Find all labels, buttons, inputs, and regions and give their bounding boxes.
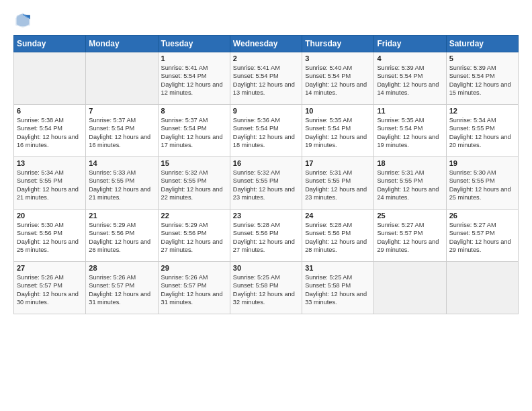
calendar-cell: 2Sunrise: 5:41 AM Sunset: 5:54 PM Daylig… [230,52,302,105]
calendar-cell: 5Sunrise: 5:39 AM Sunset: 5:54 PM Daylig… [446,52,518,105]
day-info: Sunrise: 5:32 AM Sunset: 5:55 PM Dayligh… [233,169,299,202]
day-info: Sunrise: 5:36 AM Sunset: 5:54 PM Dayligh… [233,116,299,150]
day-number: 23 [233,212,299,220]
day-info: Sunrise: 5:37 AM Sunset: 5:54 PM Dayligh… [161,116,227,150]
calendar-cell [14,52,86,105]
day-number: 28 [89,264,154,272]
day-number: 27 [17,264,83,272]
day-info: Sunrise: 5:25 AM Sunset: 5:58 PM Dayligh… [233,273,299,307]
day-number: 24 [305,212,371,220]
weekday-header: Thursday [302,36,374,52]
day-number: 5 [449,54,515,62]
day-info: Sunrise: 5:27 AM Sunset: 5:57 PM Dayligh… [377,221,443,255]
day-number: 4 [377,54,443,62]
weekday-header: Saturday [446,36,518,52]
calendar-cell: 13Sunrise: 5:34 AM Sunset: 5:55 PM Dayli… [14,157,86,210]
day-info: Sunrise: 5:28 AM Sunset: 5:56 PM Dayligh… [233,221,299,255]
day-info: Sunrise: 5:31 AM Sunset: 5:55 PM Dayligh… [305,169,371,202]
calendar-cell: 22Sunrise: 5:29 AM Sunset: 5:56 PM Dayli… [158,210,230,262]
calendar-cell: 15Sunrise: 5:32 AM Sunset: 5:55 PM Dayli… [158,157,230,210]
calendar-cell: 7Sunrise: 5:37 AM Sunset: 5:54 PM Daylig… [86,105,158,157]
calendar-cell: 23Sunrise: 5:28 AM Sunset: 5:56 PM Dayli… [230,210,302,262]
day-number: 7 [89,107,154,115]
day-info: Sunrise: 5:29 AM Sunset: 5:56 PM Dayligh… [89,221,154,255]
day-number: 2 [233,54,299,62]
day-number: 9 [233,107,299,115]
day-info: Sunrise: 5:35 AM Sunset: 5:54 PM Dayligh… [305,116,371,150]
day-number: 8 [161,107,227,115]
day-number: 13 [17,159,83,167]
logo [13,11,35,30]
day-number: 29 [161,264,227,272]
calendar-cell: 8Sunrise: 5:37 AM Sunset: 5:54 PM Daylig… [158,105,230,157]
calendar-cell: 27Sunrise: 5:26 AM Sunset: 5:57 PM Dayli… [14,262,86,314]
calendar-cell: 19Sunrise: 5:30 AM Sunset: 5:55 PM Dayli… [446,157,518,210]
weekday-header: Friday [374,36,446,52]
calendar-cell [446,262,518,314]
calendar-cell: 21Sunrise: 5:29 AM Sunset: 5:56 PM Dayli… [86,210,158,262]
weekday-header: Tuesday [158,36,230,52]
day-info: Sunrise: 5:39 AM Sunset: 5:54 PM Dayligh… [377,64,443,97]
calendar-cell: 30Sunrise: 5:25 AM Sunset: 5:58 PM Dayli… [230,262,302,314]
day-info: Sunrise: 5:26 AM Sunset: 5:57 PM Dayligh… [161,273,227,307]
calendar-cell: 25Sunrise: 5:27 AM Sunset: 5:57 PM Dayli… [374,210,446,262]
day-number: 11 [377,107,443,115]
day-number: 3 [305,54,371,62]
day-info: Sunrise: 5:27 AM Sunset: 5:57 PM Dayligh… [449,221,515,255]
calendar-week-row: 1Sunrise: 5:41 AM Sunset: 5:54 PM Daylig… [14,52,519,105]
calendar-cell: 3Sunrise: 5:40 AM Sunset: 5:54 PM Daylig… [302,52,374,105]
day-info: Sunrise: 5:30 AM Sunset: 5:55 PM Dayligh… [449,169,515,202]
calendar-cell: 29Sunrise: 5:26 AM Sunset: 5:57 PM Dayli… [158,262,230,314]
day-number: 22 [161,212,227,220]
day-number: 31 [305,264,371,272]
day-info: Sunrise: 5:34 AM Sunset: 5:55 PM Dayligh… [449,116,515,150]
calendar-cell: 26Sunrise: 5:27 AM Sunset: 5:57 PM Dayli… [446,210,518,262]
calendar-cell: 17Sunrise: 5:31 AM Sunset: 5:55 PM Dayli… [302,157,374,210]
calendar-week-row: 13Sunrise: 5:34 AM Sunset: 5:55 PM Dayli… [14,157,519,210]
weekday-header: Sunday [14,36,86,52]
day-info: Sunrise: 5:30 AM Sunset: 5:56 PM Dayligh… [17,221,83,255]
day-info: Sunrise: 5:40 AM Sunset: 5:54 PM Dayligh… [305,64,371,97]
calendar-cell: 14Sunrise: 5:33 AM Sunset: 5:55 PM Dayli… [86,157,158,210]
day-number: 20 [17,212,83,220]
day-info: Sunrise: 5:37 AM Sunset: 5:54 PM Dayligh… [89,116,154,150]
weekday-header: Monday [86,36,158,52]
day-number: 1 [161,54,227,62]
header-row: SundayMondayTuesdayWednesdayThursdayFrid… [14,36,519,52]
logo-icon [13,11,32,30]
day-number: 21 [89,212,154,220]
day-info: Sunrise: 5:25 AM Sunset: 5:58 PM Dayligh… [305,273,371,307]
calendar-cell: 11Sunrise: 5:35 AM Sunset: 5:54 PM Dayli… [374,105,446,157]
day-number: 26 [449,212,515,220]
day-number: 17 [305,159,371,167]
calendar-cell: 10Sunrise: 5:35 AM Sunset: 5:54 PM Dayli… [302,105,374,157]
calendar-cell: 28Sunrise: 5:26 AM Sunset: 5:57 PM Dayli… [86,262,158,314]
day-info: Sunrise: 5:39 AM Sunset: 5:54 PM Dayligh… [449,64,515,97]
weekday-header: Wednesday [230,36,302,52]
day-info: Sunrise: 5:41 AM Sunset: 5:54 PM Dayligh… [233,64,299,97]
day-info: Sunrise: 5:31 AM Sunset: 5:55 PM Dayligh… [377,169,443,202]
day-info: Sunrise: 5:28 AM Sunset: 5:56 PM Dayligh… [305,221,371,255]
day-number: 10 [305,107,371,115]
calendar-cell: 12Sunrise: 5:34 AM Sunset: 5:55 PM Dayli… [446,105,518,157]
calendar-table: SundayMondayTuesdayWednesdayThursdayFrid… [13,35,519,314]
day-number: 25 [377,212,443,220]
calendar-cell: 24Sunrise: 5:28 AM Sunset: 5:56 PM Dayli… [302,210,374,262]
day-info: Sunrise: 5:26 AM Sunset: 5:57 PM Dayligh… [89,273,154,307]
day-number: 15 [161,159,227,167]
day-info: Sunrise: 5:33 AM Sunset: 5:55 PM Dayligh… [89,169,154,202]
calendar-cell: 31Sunrise: 5:25 AM Sunset: 5:58 PM Dayli… [302,262,374,314]
day-info: Sunrise: 5:35 AM Sunset: 5:54 PM Dayligh… [377,116,443,150]
day-number: 6 [17,107,83,115]
calendar-cell: 1Sunrise: 5:41 AM Sunset: 5:54 PM Daylig… [158,52,230,105]
day-info: Sunrise: 5:34 AM Sunset: 5:55 PM Dayligh… [17,169,83,202]
calendar-week-row: 27Sunrise: 5:26 AM Sunset: 5:57 PM Dayli… [14,262,519,314]
day-info: Sunrise: 5:32 AM Sunset: 5:55 PM Dayligh… [161,169,227,202]
calendar-cell: 6Sunrise: 5:38 AM Sunset: 5:54 PM Daylig… [14,105,86,157]
day-number: 14 [89,159,154,167]
page: SundayMondayTuesdayWednesdayThursdayFrid… [0,0,532,321]
calendar-cell: 9Sunrise: 5:36 AM Sunset: 5:54 PM Daylig… [230,105,302,157]
day-number: 19 [449,159,515,167]
calendar-cell: 16Sunrise: 5:32 AM Sunset: 5:55 PM Dayli… [230,157,302,210]
day-info: Sunrise: 5:29 AM Sunset: 5:56 PM Dayligh… [161,221,227,255]
